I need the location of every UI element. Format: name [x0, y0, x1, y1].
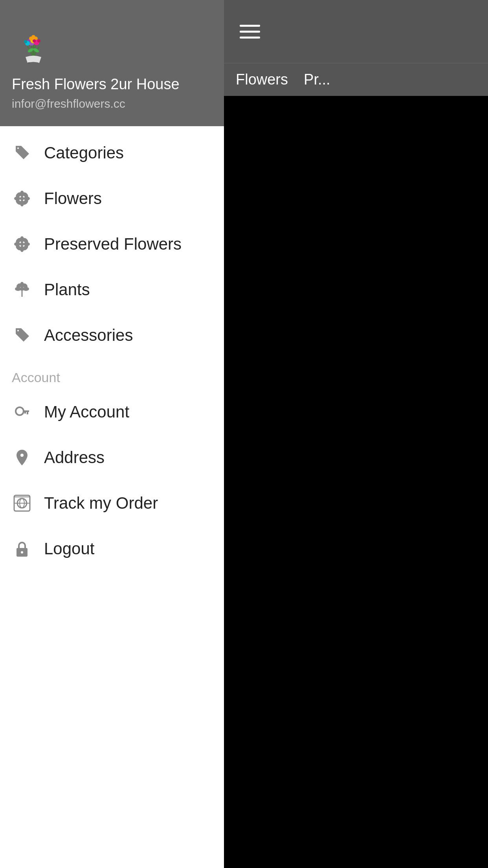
- svg-point-47: [16, 407, 24, 415]
- logout-label: Logout: [44, 539, 94, 558]
- location-icon: [12, 447, 32, 468]
- tabs-row: Flowers Pr...: [224, 63, 488, 96]
- header-text: Fresh Flowers 2ur House infor@freshflowe…: [12, 75, 212, 110]
- track-order-label: Track my Order: [44, 494, 158, 513]
- accessories-label: Accessories: [44, 326, 133, 345]
- store-email: infor@freshflowers.cc: [12, 97, 212, 110]
- flowers-label: Flowers: [44, 189, 102, 208]
- tag-icon: [12, 143, 32, 163]
- svg-point-12: [31, 35, 35, 39]
- hamburger-line-3: [240, 37, 260, 39]
- svg-point-15: [37, 39, 40, 42]
- logo-icon: Fresh Flowers: [12, 24, 55, 63]
- flower-icon: [12, 188, 32, 209]
- globe-icon: [12, 493, 32, 513]
- svg-text:Fresh: Fresh: [28, 62, 40, 63]
- plant-icon: [12, 280, 32, 300]
- account-section-label: Account: [0, 358, 224, 389]
- menu-item-categories[interactable]: Categories: [0, 130, 224, 176]
- key-icon: [12, 402, 32, 422]
- store-name: Fresh Flowers 2ur House: [12, 75, 212, 94]
- menu-item-logout[interactable]: Logout: [0, 526, 224, 572]
- tab-partial[interactable]: Pr...: [304, 71, 330, 88]
- menu-item-plants[interactable]: Plants: [0, 267, 224, 313]
- preserved-flowers-label: Preserved Flowers: [44, 235, 182, 254]
- svg-point-31: [20, 242, 24, 246]
- menu-item-address[interactable]: Address: [0, 435, 224, 480]
- drawer-menu: Categories Flowers: [0, 126, 224, 868]
- drawer-header: Fresh Flowers Fresh Flowers 2ur House in…: [0, 0, 224, 126]
- svg-point-22: [20, 197, 24, 200]
- preserved-flower-icon: [12, 234, 32, 254]
- top-bar: [224, 0, 488, 63]
- svg-point-14: [33, 39, 36, 42]
- address-label: Address: [44, 448, 105, 467]
- hamburger-line-1: [240, 25, 260, 27]
- menu-item-accessories[interactable]: Accessories: [0, 313, 224, 358]
- menu-item-flowers[interactable]: Flowers: [0, 176, 224, 221]
- svg-point-17: [24, 40, 27, 43]
- hamburger-line-2: [240, 31, 260, 33]
- svg-point-57: [21, 551, 23, 554]
- hamburger-button[interactable]: [236, 21, 264, 42]
- categories-label: Categories: [44, 143, 124, 162]
- main-content: Flowers Pr...: [224, 0, 488, 868]
- accessories-icon: [12, 325, 32, 346]
- tab-flowers[interactable]: Flowers: [236, 71, 288, 88]
- menu-item-preserved-flowers[interactable]: Preserved Flowers: [0, 221, 224, 267]
- menu-item-track-order[interactable]: Track my Order: [0, 480, 224, 526]
- lock-icon: [12, 539, 32, 559]
- logo-container: Fresh Flowers: [12, 24, 212, 63]
- side-drawer: Fresh Flowers Fresh Flowers 2ur House in…: [0, 0, 224, 868]
- menu-item-my-account[interactable]: My Account: [0, 389, 224, 435]
- plants-label: Plants: [44, 280, 90, 299]
- my-account-label: My Account: [44, 403, 129, 421]
